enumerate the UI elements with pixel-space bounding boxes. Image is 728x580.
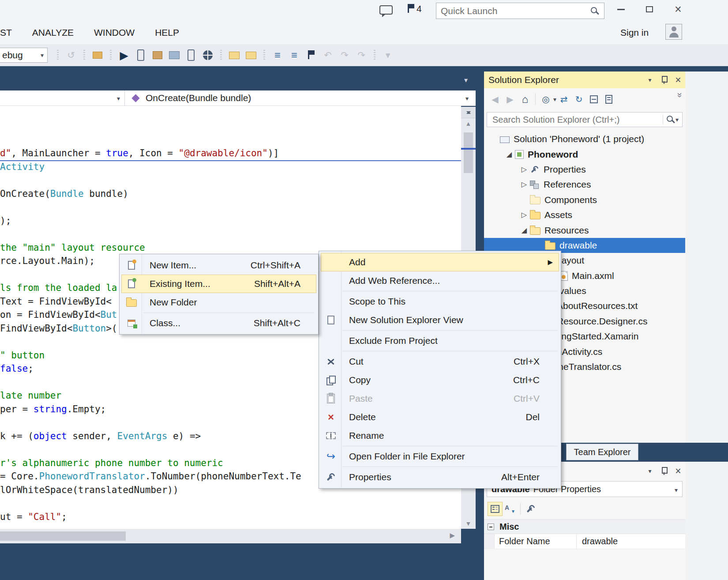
- home-icon[interactable]: ⌂: [518, 92, 533, 106]
- screenshot-icon[interactable]: [167, 48, 181, 62]
- property-category-row[interactable]: Misc: [484, 519, 685, 534]
- property-row[interactable]: Folder Name drawable: [484, 534, 685, 549]
- menu-item-copy[interactable]: CopyCtrl+C: [321, 371, 559, 389]
- pin-button[interactable]: [658, 75, 670, 85]
- tab-team-explorer[interactable]: Team Explorer: [566, 444, 638, 460]
- pin-button[interactable]: [658, 466, 670, 476]
- show-all-files-icon[interactable]: [601, 92, 616, 106]
- collapse-all-icon[interactable]: [586, 92, 601, 106]
- menu-item-new-folder[interactable]: New Folder: [121, 293, 316, 312]
- globe-icon[interactable]: [201, 48, 215, 62]
- document-well-dropdown-icon[interactable]: ▾: [464, 76, 468, 84]
- scroll-right-icon[interactable]: ▶: [450, 531, 455, 539]
- menu-item-label: Properties: [341, 472, 501, 482]
- menu-item-scope-to-this[interactable]: Scope to This: [321, 292, 559, 311]
- indent-icon[interactable]: ≡: [270, 48, 285, 62]
- menu-test[interactable]: ST: [0, 27, 12, 38]
- expander-icon[interactable]: ◢: [518, 223, 530, 238]
- back-icon[interactable]: ◀: [488, 92, 503, 106]
- properties-toolbar: [484, 499, 685, 519]
- menu-item-new-item[interactable]: New Item...Ctrl+Shift+A: [121, 256, 316, 275]
- menu-item-cut[interactable]: CutCtrl+X: [321, 352, 559, 371]
- menu-item-add[interactable]: Add▶: [321, 253, 559, 271]
- expander-icon[interactable]: ◢: [503, 147, 515, 162]
- menu-item-delete[interactable]: ×DeleteDel: [321, 408, 559, 426]
- navigate-forward-icon[interactable]: ↷: [338, 48, 352, 62]
- refresh-icon[interactable]: ↻: [571, 92, 586, 106]
- window-menu-button[interactable]: ▾: [644, 75, 656, 85]
- tree-item-solution-phoneword-1-project[interactable]: Solution 'Phoneword' (1 project): [484, 132, 685, 147]
- menu-separator: [143, 313, 315, 313]
- open-file-icon[interactable]: [244, 48, 258, 62]
- close-button[interactable]: ×: [668, 1, 688, 18]
- scroll-down-icon[interactable]: ▼: [461, 520, 476, 527]
- collapse-category-icon[interactable]: [488, 524, 494, 530]
- alphabetical-button[interactable]: [503, 502, 518, 516]
- menu-item-new-solution-explorer-view[interactable]: New Solution Explorer View: [321, 311, 559, 329]
- feedback-button[interactable]: [379, 5, 393, 16]
- tree-item-references[interactable]: ▷References: [484, 177, 685, 192]
- scope-icon[interactable]: ◎: [538, 92, 553, 106]
- close-panel-button[interactable]: ×: [672, 466, 684, 476]
- menu-separator: [343, 330, 557, 331]
- minimize-button[interactable]: [611, 1, 631, 18]
- menu-item-exclude-from-project[interactable]: Exclude From Project: [321, 331, 559, 350]
- history-icon[interactable]: ↺: [64, 48, 78, 62]
- menu-item-class[interactable]: Class...Shift+Alt+C: [121, 314, 316, 332]
- expander-icon[interactable]: ▷: [518, 207, 530, 222]
- attach-icon[interactable]: [90, 48, 105, 62]
- menu-help[interactable]: HELP: [155, 27, 179, 38]
- forward-icon[interactable]: ▶: [503, 92, 518, 106]
- type-dropdown[interactable]: ▾: [0, 90, 125, 105]
- tree-item-phoneword[interactable]: ◢Phoneword: [484, 147, 685, 162]
- tree-item-resources[interactable]: ◢Resources: [484, 222, 685, 237]
- emulator-icon[interactable]: [184, 48, 198, 62]
- outdent-icon[interactable]: ≡: [287, 48, 301, 62]
- menu-item-add-web-reference[interactable]: Add Web Reference...: [321, 271, 559, 290]
- chevron-down-icon[interactable]: ▾: [553, 96, 556, 103]
- menu-analyze[interactable]: ANALYZE: [32, 27, 74, 38]
- menu-item-open-folder-in-file-explorer[interactable]: ↪Open Folder in File Explorer: [321, 447, 559, 466]
- tree-item-properties[interactable]: ▷Properties: [484, 162, 685, 177]
- account-button[interactable]: [665, 24, 682, 42]
- maximize-button[interactable]: [639, 1, 660, 18]
- package-icon[interactable]: [150, 48, 165, 62]
- solution-explorer-search-box[interactable]: Search Solution Explorer (Ctrl+;) ▾: [487, 112, 683, 127]
- member-dropdown[interactable]: OnCreate(Bundle bundle) ▾: [125, 90, 476, 105]
- menu-window[interactable]: WINDOW: [94, 27, 135, 38]
- categorized-button[interactable]: [488, 502, 503, 516]
- vertical-scrollbar-thumb[interactable]: [464, 132, 473, 173]
- menu-item-properties[interactable]: PropertiesAlt+Enter: [321, 468, 559, 486]
- expander-icon[interactable]: ▷: [518, 177, 530, 192]
- start-debug-button[interactable]: ▶: [117, 48, 131, 62]
- bookmark-icon[interactable]: [304, 48, 318, 62]
- notifications-button[interactable]: 4: [407, 4, 422, 14]
- property-value[interactable]: drawable: [577, 534, 685, 549]
- menu-item-paste[interactable]: PasteCtrl+V: [321, 389, 559, 408]
- toolbar-overflow-icon[interactable]: ▾: [381, 48, 395, 62]
- scroll-up-icon[interactable]: ▲: [461, 120, 476, 127]
- horizontal-scrollbar-thumb[interactable]: [0, 531, 126, 541]
- sort-alphabetical-icon: [505, 504, 515, 514]
- tree-item-assets[interactable]: ▷Assets: [484, 207, 685, 222]
- sync-with-active-document-icon[interactable]: ⇄: [556, 92, 571, 106]
- chevron-down-icon[interactable]: ▾: [675, 116, 679, 123]
- quick-launch-box[interactable]: Quick Launch: [436, 3, 604, 19]
- redo-icon[interactable]: ↷: [354, 48, 368, 62]
- toolbar-overflow-icon[interactable]: »: [675, 93, 685, 98]
- sign-in-link[interactable]: Sign in: [620, 27, 649, 38]
- property-pages-button[interactable]: [523, 502, 538, 516]
- splitter-handle[interactable]: [461, 107, 476, 118]
- expander-icon[interactable]: ▷: [518, 162, 530, 177]
- solution-configuration-dropdown[interactable]: ebug ▾: [0, 48, 48, 63]
- navigate-back-icon[interactable]: ↶: [321, 48, 335, 62]
- new-file-icon[interactable]: [227, 48, 241, 62]
- window-menu-button[interactable]: ▾: [644, 466, 656, 476]
- menu-item-rename[interactable]: Rename: [321, 426, 559, 445]
- horizontal-scrollbar[interactable]: ▶: [0, 529, 461, 543]
- close-panel-button[interactable]: ×: [672, 75, 684, 85]
- menu-item-existing-item[interactable]: Existing Item...Shift+Alt+A: [121, 275, 316, 293]
- tree-item-components[interactable]: Components: [484, 192, 685, 207]
- search-icon[interactable]: [666, 115, 675, 124]
- device-target-icon[interactable]: [134, 48, 148, 62]
